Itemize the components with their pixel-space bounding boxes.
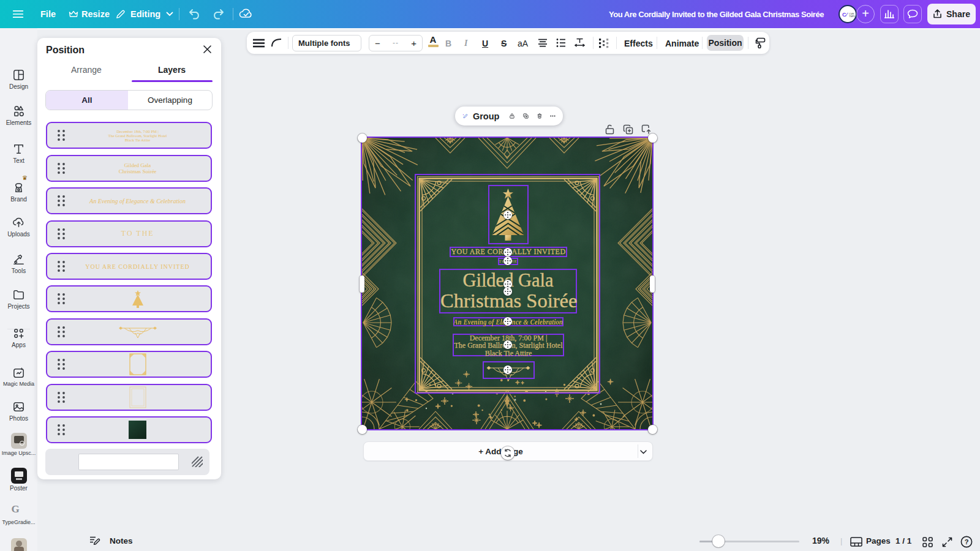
svg-text:?: ?	[965, 538, 969, 545]
